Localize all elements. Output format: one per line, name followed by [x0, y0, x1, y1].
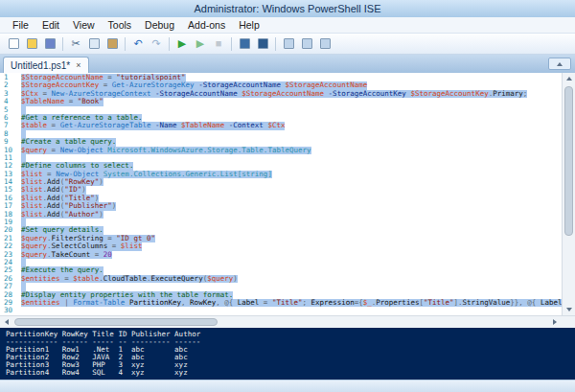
code-line: 18$list.Add("Author") — [0, 211, 562, 219]
show-script-pane-maximized-icon[interactable] — [316, 35, 334, 53]
console-pane[interactable]: PartitionKey RowKey Title ID Publisher A… — [0, 328, 575, 380]
code-line: 29$entities | Format-Table PartitionKey,… — [0, 299, 562, 307]
copy-icon[interactable] — [85, 35, 103, 53]
run-selection-icon[interactable]: ▶ — [192, 35, 209, 53]
hscroll-thumb[interactable] — [14, 318, 218, 326]
arrow-down-icon — [566, 308, 572, 311]
toolbar-separator — [125, 37, 126, 51]
script-editor[interactable]: 1$StorageAccountName = "tutorialspoint"2… — [0, 73, 575, 315]
code-line-text: $query.TakeCount = 20 — [21, 251, 112, 259]
paste-icon — [107, 38, 118, 49]
show-script-pane-right-icon — [302, 38, 312, 49]
script-tab-label: Untitled1.ps1* — [11, 60, 70, 71]
show-script-pane-top-icon — [284, 38, 294, 49]
menu-item-file[interactable]: File — [6, 18, 35, 32]
console-line: Partition4 Row4 SQL 4 xyz xyz — [6, 369, 569, 377]
new-script-icon[interactable] — [5, 35, 22, 53]
scroll-up-button[interactable] — [563, 73, 575, 84]
code-line: 4$TableName = "Book" — [0, 98, 562, 105]
show-script-pane-right-icon[interactable] — [298, 35, 315, 53]
save-icon[interactable] — [41, 35, 58, 53]
menu-item-view[interactable]: View — [66, 18, 102, 32]
paste-icon[interactable] — [104, 35, 121, 53]
run-selection-icon: ▶ — [196, 38, 204, 49]
copy-icon — [89, 38, 100, 49]
toolbar-separator — [169, 37, 170, 51]
redo-icon[interactable]: ↷ — [148, 35, 165, 53]
code-line: 7$table = Get-AzureStorageTable -Name $T… — [0, 122, 562, 129]
code-line: 10$query = New-Object Microsoft.WindowsA… — [0, 147, 562, 154]
menu-item-debug[interactable]: Debug — [138, 18, 181, 32]
scroll-down-button[interactable] — [563, 304, 575, 315]
scrollbar-corner — [562, 316, 575, 328]
editor-vscrollbar[interactable] — [562, 73, 575, 315]
open-script-icon — [27, 38, 37, 49]
show-script-pane-top-icon[interactable] — [280, 35, 297, 53]
status-bar — [0, 380, 575, 392]
save-icon — [45, 38, 56, 49]
title-bar: Administrator: Windows PowerShell ISE — [0, 0, 575, 17]
menu-item-tools[interactable]: Tools — [102, 18, 139, 32]
script-pane-toggle-button[interactable] — [548, 58, 571, 70]
open-script-icon[interactable] — [23, 35, 40, 53]
run-script-icon[interactable]: ▶ — [173, 35, 191, 53]
new-script-icon — [9, 38, 19, 49]
scroll-right-button[interactable] — [548, 316, 562, 328]
powershell-ise-window: Administrator: Windows PowerShell ISE Fi… — [0, 0, 575, 392]
tab-bar: Untitled1.ps1* × — [0, 55, 575, 73]
arrow-left-icon — [5, 319, 9, 325]
vscroll-track[interactable] — [563, 84, 575, 304]
redo-icon: ↷ — [151, 38, 160, 49]
toolbar-separator — [62, 37, 63, 51]
code-line-text: $entities | Format-Table PartitionKey, R… — [21, 299, 562, 307]
toolbar: ✂↶↷▶▶■ — [0, 34, 575, 55]
window-title: Administrator: Windows PowerShell ISE — [194, 3, 380, 14]
start-powershell-icon[interactable] — [254, 35, 271, 53]
arrow-right-icon — [553, 319, 557, 325]
toolbar-separator — [275, 37, 276, 51]
cut-icon[interactable]: ✂ — [67, 35, 84, 53]
code-line-text: $query = New-Object Microsoft.WindowsAzu… — [21, 147, 311, 154]
code-lines[interactable]: 1$StorageAccountName = "tutorialspoint"2… — [0, 73, 562, 315]
code-line-text: $entities = $table.CloudTable.ExecuteQue… — [21, 275, 238, 283]
show-script-pane-maximized-icon — [320, 38, 331, 49]
vscroll-thumb[interactable] — [564, 86, 573, 236]
start-powershell-icon — [258, 38, 268, 49]
hscroll-track[interactable] — [13, 316, 548, 328]
chevron-up-icon — [557, 62, 563, 66]
menu-item-edit[interactable]: Edit — [35, 18, 66, 32]
cut-icon: ✂ — [71, 38, 80, 49]
editor-hscrollbar[interactable] — [0, 315, 575, 328]
code-line-text: $TableName = "Book" — [21, 98, 104, 105]
toolbar-separator — [231, 37, 232, 51]
code-line: 30 — [0, 307, 562, 314]
code-line: 26$entities = $table.CloudTable.ExecuteQ… — [0, 275, 562, 283]
stop-icon[interactable]: ■ — [210, 35, 227, 53]
run-script-icon: ▶ — [178, 38, 186, 49]
code-line-text: $list.Add("Author") — [21, 211, 104, 219]
menu-item-add-ons[interactable]: Add-ons — [181, 18, 232, 32]
menu-bar: FileEditViewToolsDebugAdd-onsHelp — [0, 17, 575, 34]
new-remote-powershell-tab-icon[interactable] — [236, 35, 253, 53]
undo-icon: ↶ — [133, 38, 142, 49]
stop-icon: ■ — [216, 38, 222, 49]
new-remote-powershell-tab-icon — [240, 38, 250, 49]
script-tab[interactable]: Untitled1.ps1* × — [3, 57, 89, 73]
menu-item-help[interactable]: Help — [232, 18, 266, 32]
tab-close-icon[interactable]: × — [76, 60, 80, 70]
code-line-text: $table = Get-AzureStorageTable -Name $Ta… — [21, 122, 285, 129]
scroll-left-button[interactable] — [0, 316, 13, 328]
console-output: PartitionKey RowKey Title ID Publisher A… — [6, 331, 569, 377]
arrow-up-icon — [566, 77, 572, 81]
line-number: 30 — [0, 307, 21, 314]
undo-icon[interactable]: ↶ — [129, 35, 147, 53]
code-line: 23$query.TakeCount = 20 — [0, 251, 562, 259]
